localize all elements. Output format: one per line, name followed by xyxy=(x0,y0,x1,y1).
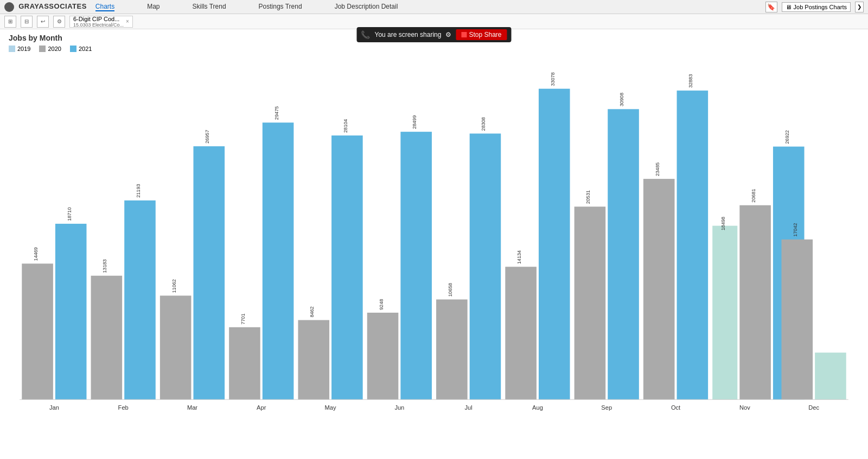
tab-content: 6-Digit CIP Cod... 15.0303 Electrical/Co… xyxy=(73,16,124,28)
svg-text:11062: 11062 xyxy=(171,279,177,293)
nav-postings-trend[interactable]: Postings Trend xyxy=(259,3,302,11)
tab-close[interactable]: × xyxy=(126,18,129,24)
svg-text:Oct: Oct xyxy=(671,404,680,411)
svg-rect-10 xyxy=(160,296,192,400)
legend-swatch-2019 xyxy=(9,46,15,52)
svg-text:Feb: Feb xyxy=(118,404,129,411)
svg-text:Nov: Nov xyxy=(739,404,750,411)
svg-rect-12 xyxy=(193,146,225,399)
svg-rect-47 xyxy=(677,90,709,399)
svg-rect-2 xyxy=(55,224,87,399)
svg-rect-52 xyxy=(739,205,771,400)
svg-text:26957: 26957 xyxy=(205,130,210,144)
svg-text:Sep: Sep xyxy=(601,404,612,411)
screen-share-settings-icon[interactable]: ⚙ xyxy=(445,31,451,38)
svg-text:20531: 20531 xyxy=(585,190,591,204)
svg-rect-60 xyxy=(815,353,846,400)
svg-text:Mar: Mar xyxy=(187,404,197,411)
svg-rect-32 xyxy=(470,133,501,399)
nav-map[interactable]: Map xyxy=(147,3,159,11)
svg-text:8462: 8462 xyxy=(309,306,315,317)
top-navbar: GRAYASSOCIATES Charts Map Skills Trend P… xyxy=(0,0,868,14)
legend-label-2020: 2020 xyxy=(48,46,61,52)
svg-text:10658: 10658 xyxy=(448,283,453,296)
screen-share-banner: 📞 You are screen sharing ⚙ Stop Share xyxy=(356,27,511,42)
svg-text:Jan: Jan xyxy=(49,404,59,411)
legend-2019: 2019 xyxy=(9,46,30,52)
svg-text:28104: 28104 xyxy=(343,119,348,133)
svg-rect-27 xyxy=(400,132,432,399)
nav-skills-trend[interactable]: Skills Trend xyxy=(193,3,226,11)
svg-rect-45 xyxy=(643,179,675,399)
svg-rect-15 xyxy=(229,327,260,400)
svg-text:32883: 32883 xyxy=(688,74,693,88)
stop-icon xyxy=(461,32,467,37)
svg-text:17042: 17042 xyxy=(793,223,798,236)
svg-text:21193: 21193 xyxy=(136,184,141,197)
svg-text:Aug: Aug xyxy=(532,404,543,411)
content-area: Jobs by Month 2019 2020 2021 1446918710J… xyxy=(0,29,868,431)
tool-settings[interactable]: ⚙ xyxy=(53,16,65,28)
legend-label-2019: 2019 xyxy=(17,46,30,52)
svg-text:30908: 30908 xyxy=(619,93,624,106)
svg-rect-50 xyxy=(712,226,737,400)
svg-text:18710: 18710 xyxy=(67,208,72,221)
nav-charts[interactable]: Charts xyxy=(95,3,114,11)
stop-share-label: Stop Share xyxy=(469,31,501,38)
job-postings-charts-button[interactable]: 🖥 Job Postings Charts xyxy=(782,2,851,12)
tab-sublabel: 15.0303 Electrical/Co... xyxy=(73,22,124,28)
svg-rect-25 xyxy=(367,313,399,399)
svg-rect-37 xyxy=(539,89,570,400)
svg-text:29475: 29475 xyxy=(274,106,279,120)
stop-share-button[interactable]: Stop Share xyxy=(456,29,507,40)
svg-text:18498: 18498 xyxy=(720,217,726,230)
svg-text:20681: 20681 xyxy=(751,189,756,202)
svg-rect-35 xyxy=(505,267,537,399)
svg-text:Apr: Apr xyxy=(257,404,266,411)
svg-rect-5 xyxy=(91,276,123,400)
svg-rect-22 xyxy=(331,135,363,399)
nav-job-description[interactable]: Job Description Detail xyxy=(335,3,398,11)
svg-rect-0 xyxy=(22,263,53,399)
logo-icon xyxy=(4,2,14,12)
phone-icon: 📞 xyxy=(361,30,370,39)
monitor-icon: 🖥 xyxy=(786,4,792,10)
legend-label-2021: 2021 xyxy=(79,46,92,52)
chart-legend: 2019 2020 2021 xyxy=(9,46,859,52)
svg-text:33078: 33078 xyxy=(550,72,556,86)
logo-text: GRAYASSOCIATES xyxy=(18,2,87,10)
svg-text:May: May xyxy=(325,404,336,411)
svg-text:9248: 9248 xyxy=(379,299,384,310)
chevron-right-button[interactable]: ❯ xyxy=(855,2,864,12)
svg-text:13183: 13183 xyxy=(102,259,107,273)
svg-rect-40 xyxy=(575,206,606,399)
svg-rect-7 xyxy=(124,201,156,400)
svg-rect-30 xyxy=(436,300,468,400)
svg-rect-42 xyxy=(608,109,639,399)
svg-text:7701: 7701 xyxy=(240,314,246,325)
legend-2020: 2020 xyxy=(39,46,61,52)
screen-share-text: You are screen sharing xyxy=(374,31,441,38)
svg-text:23485: 23485 xyxy=(655,163,660,176)
tool-collapse[interactable]: ⊟ xyxy=(21,16,33,28)
legend-2021: 2021 xyxy=(70,46,92,52)
nav-links: Charts Map Skills Trend Postings Trend J… xyxy=(95,3,765,11)
cip-tab[interactable]: 6-Digit CIP Cod... 15.0303 Electrical/Co… xyxy=(69,16,133,28)
svg-text:26922: 26922 xyxy=(784,130,790,144)
app-logo: GRAYASSOCIATES xyxy=(4,2,87,12)
nav-right: 🔖 🖥 Job Postings Charts ❯ xyxy=(765,2,864,12)
tool-expand[interactable]: ⊞ xyxy=(4,16,16,28)
bar-chart-svg: 1446918710Jan1318321193Feb1106226957Mar7… xyxy=(9,56,859,425)
job-postings-label: Job Postings Charts xyxy=(794,4,847,10)
tool-undo[interactable]: ↩ xyxy=(37,16,49,28)
legend-swatch-2020 xyxy=(39,46,46,52)
svg-text:28499: 28499 xyxy=(412,115,417,129)
svg-rect-57 xyxy=(782,240,813,400)
svg-text:Jun: Jun xyxy=(394,404,404,411)
svg-rect-17 xyxy=(263,122,294,399)
bar-chart-container: 1446918710Jan1318321193Feb1106226957Mar7… xyxy=(9,56,859,427)
bookmark-button[interactable]: 🔖 xyxy=(765,2,777,12)
svg-rect-20 xyxy=(298,320,329,400)
legend-swatch-2021 xyxy=(70,46,76,52)
svg-text:14469: 14469 xyxy=(33,247,39,261)
